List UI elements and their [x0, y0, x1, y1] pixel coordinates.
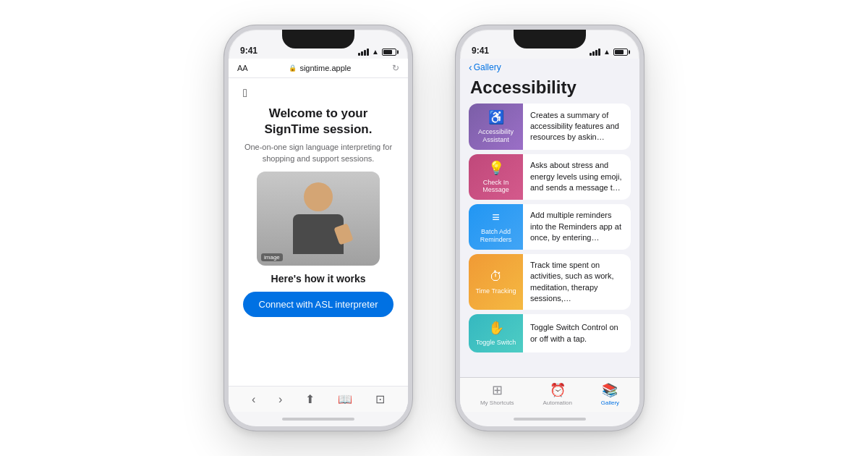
shortcut-icon-toggle-switch: ✋ Toggle Switch: [469, 314, 523, 352]
signtime-screen: AA 🔒 signtime.apple ↻  Welcome to your …: [229, 59, 408, 412]
tab-gallery[interactable]: 📚 Gallery: [601, 382, 619, 406]
status-time-2: 9:41: [472, 46, 489, 56]
url-text: signtime.apple: [299, 64, 351, 72]
scene: 9:41 ▲ AA 🔒 signtime.apple ↻: [0, 0, 868, 456]
back-label: Gallery: [474, 62, 501, 72]
list-item[interactable]: ⏱ Time Tracking Track time spent on acti…: [469, 254, 631, 311]
signtime-body:  Welcome to your SignTime session. One-…: [229, 78, 408, 386]
list-item[interactable]: ♿ AccessibilityAssistant Creates a summa…: [469, 104, 631, 150]
signtime-subtitle: One-on-one sign language interpreting fo…: [243, 142, 393, 164]
person-head: [304, 182, 333, 211]
accessibility-screen: ‹ Gallery Accessibility ♿ AccessibilityA…: [460, 59, 639, 412]
tabs-icon[interactable]: ⊡: [375, 392, 385, 406]
toggle-switch-icon: ✋: [488, 320, 504, 336]
batch-add-desc: Add multiple reminders into the Reminder…: [530, 210, 624, 243]
status-time-1: 9:41: [240, 46, 258, 56]
bookmarks-icon[interactable]: 📖: [338, 392, 352, 406]
tab-my-shortcuts[interactable]: ⊞ My Shortcuts: [480, 382, 514, 406]
browser-bar: AA 🔒 signtime.apple ↻: [229, 59, 408, 78]
share-icon[interactable]: ⬆: [305, 392, 315, 406]
battery-fill-1: [383, 50, 392, 54]
list-item[interactable]: ≡ Batch AddReminders Add multiple remind…: [469, 204, 631, 250]
notch-2: [514, 30, 586, 48]
batch-add-label: Batch AddReminders: [480, 228, 512, 244]
batch-add-icon: ≡: [492, 210, 500, 225]
wifi-icon-2: ▲: [603, 48, 610, 56]
browser-url[interactable]: 🔒 signtime.apple: [254, 64, 386, 72]
wifi-icon-1: ▲: [372, 48, 379, 56]
lock-icon: 🔒: [289, 64, 297, 72]
home-indicator-1: [229, 412, 408, 426]
time-tracking-desc-area: Track time spent on activities, such as …: [523, 254, 631, 311]
status-icons-1: ▲: [358, 48, 396, 56]
battery-fill-2: [615, 50, 624, 54]
my-shortcuts-label: My Shortcuts: [480, 400, 514, 406]
toggle-switch-desc-area: Toggle Switch Control on or off with a t…: [523, 314, 631, 352]
video-placeholder: image: [257, 172, 380, 266]
how-it-works-label: Here's how it works: [271, 273, 366, 284]
accessibility-assistant-label: AccessibilityAssistant: [478, 128, 514, 144]
accessibility-assistant-desc: Creates a summary of accessibility featu…: [530, 110, 624, 143]
browser-toolbar: ‹ › ⬆ 📖 ⊡: [229, 386, 408, 412]
check-in-desc: Asks about stress and energy levels usin…: [530, 160, 624, 193]
shortcuts-list: ♿ AccessibilityAssistant Creates a summa…: [460, 104, 639, 377]
shortcut-icon-accessibility-assistant: ♿ AccessibilityAssistant: [469, 104, 523, 150]
refresh-icon[interactable]: ↻: [392, 63, 399, 73]
shortcut-icon-time-tracking: ⏱ Time Tracking: [469, 254, 523, 311]
back-icon[interactable]: ‹: [252, 393, 255, 406]
back-button[interactable]: ‹ Gallery: [469, 62, 501, 73]
iphone-accessibility: 9:41 ▲ ‹ Gallery Acce: [456, 25, 644, 431]
person-body: [293, 214, 344, 254]
forward-icon[interactable]: ›: [278, 393, 282, 406]
browser-aa[interactable]: AA: [237, 64, 248, 72]
check-in-label: Check In Message: [472, 179, 520, 195]
gallery-icon: 📚: [602, 382, 618, 398]
signal-icon-1: [358, 48, 369, 56]
image-label: image: [261, 253, 283, 261]
accessibility-header: Accessibility: [460, 76, 639, 104]
gallery-label: Gallery: [601, 400, 619, 406]
accessibility-title: Accessibility: [470, 77, 629, 98]
batch-add-desc-area: Add multiple reminders into the Reminder…: [523, 204, 631, 250]
automation-icon: ⏰: [550, 382, 566, 398]
home-bar-1: [282, 418, 354, 421]
notch: [282, 30, 354, 48]
accessibility-assistant-desc-area: Creates a summary of accessibility featu…: [523, 104, 631, 150]
iphone-signtime: 9:41 ▲ AA 🔒 signtime.apple ↻: [224, 25, 412, 431]
battery-icon-2: [613, 48, 628, 56]
tab-automation[interactable]: ⏰ Automation: [542, 382, 571, 406]
toggle-switch-desc: Toggle Switch Control on or off with a t…: [530, 322, 624, 345]
chevron-left-icon: ‹: [469, 62, 472, 73]
signal-icon-2: [590, 48, 600, 56]
status-icons-2: ▲: [590, 48, 628, 56]
shortcut-icon-batch-add: ≡ Batch AddReminders: [469, 204, 523, 250]
automation-label: Automation: [542, 400, 571, 406]
home-bar-2: [514, 418, 586, 421]
time-tracking-label: Time Tracking: [475, 287, 516, 295]
accessibility-assistant-icon: ♿: [488, 109, 504, 125]
toggle-switch-label: Toggle Switch: [476, 339, 516, 347]
list-item[interactable]: 💡 Check In Message Asks about stress and…: [469, 154, 631, 200]
my-shortcuts-icon: ⊞: [492, 382, 503, 398]
check-in-icon: 💡: [488, 160, 504, 176]
connect-asl-button[interactable]: Connect with ASL interpreter: [243, 292, 393, 317]
person-silhouette: [257, 172, 380, 266]
check-in-desc-area: Asks about stress and energy levels usin…: [523, 154, 631, 200]
list-item[interactable]: ✋ Toggle Switch Toggle Switch Control on…: [469, 314, 631, 352]
home-indicator-2: [460, 412, 639, 426]
time-tracking-icon: ⏱: [490, 269, 503, 284]
tab-bar: ⊞ My Shortcuts ⏰ Automation 📚 Gallery: [460, 377, 639, 412]
shortcuts-nav: ‹ Gallery: [460, 59, 639, 76]
apple-logo: : [243, 87, 247, 100]
signtime-title: Welcome to your SignTime session.: [265, 106, 373, 138]
time-tracking-desc: Track time spent on activities, such as …: [530, 260, 624, 305]
person-hand: [333, 224, 353, 245]
battery-icon-1: [382, 48, 396, 56]
shortcut-icon-check-in: 💡 Check In Message: [469, 154, 523, 200]
